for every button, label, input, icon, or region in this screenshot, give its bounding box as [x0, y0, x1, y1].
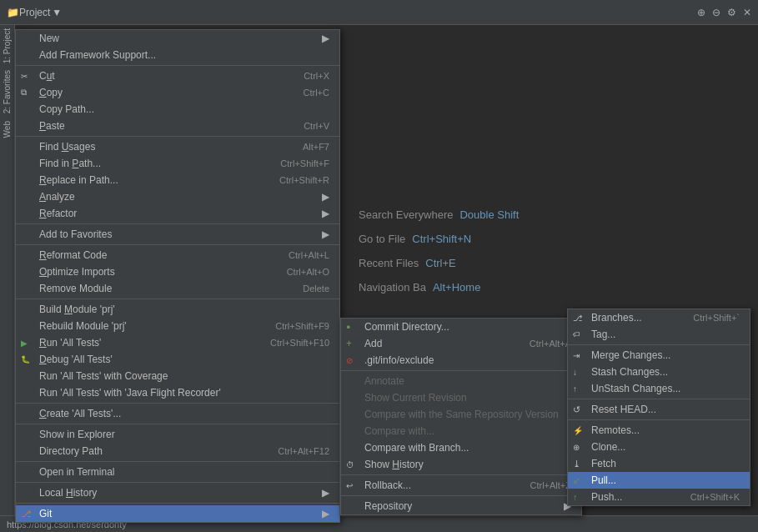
- hint-recent-files: Recent Files Ctrl+E: [359, 257, 575, 269]
- toolbar-add-icon[interactable]: ⊕: [697, 7, 705, 18]
- menu-label-run-tests: Run 'All Tests': [39, 337, 254, 349]
- git-menu-exclude[interactable]: .git/info/exclude: [341, 352, 581, 369]
- git-menu-commit[interactable]: Commit Directory...: [341, 319, 581, 335]
- arrow-icon-new: ▶: [322, 33, 329, 44]
- menu-item-copy[interactable]: Copy Ctrl+C: [16, 84, 339, 101]
- repo-menu-clone[interactable]: Clone...: [568, 439, 750, 455]
- separator-9: [16, 482, 339, 483]
- repo-separator-2: [568, 399, 750, 399]
- git-menu-annotate: Annotate: [341, 373, 581, 389]
- menu-item-run-flight[interactable]: Run 'All Tests' with 'Java Flight Record…: [16, 384, 339, 401]
- git-separator-3: [341, 495, 581, 496]
- history-icon: [346, 460, 354, 469]
- paste-shortcut: Ctrl+V: [304, 121, 329, 131]
- menu-item-rebuild-module[interactable]: Rebuild Module 'prj' Ctrl+Shift+F9: [16, 318, 339, 334]
- hint-nav-bar: Navigation Ba Alt+Home: [359, 281, 575, 294]
- sidebar-item-favorites[interactable]: 2: Favorites: [1, 67, 13, 117]
- menu-item-find-in-path[interactable]: Find in Path... Ctrl+Shift+F: [16, 155, 339, 172]
- menu-item-build-module[interactable]: Build Module 'prj': [16, 301, 339, 318]
- menu-label-copy: Copy: [39, 87, 287, 98]
- menu-item-add-framework[interactable]: Add Framework Support...: [16, 47, 339, 63]
- toolbar-close-icon[interactable]: ✕: [743, 7, 751, 18]
- hint-panel: Search Everywhere Double Shift Go to Fil…: [359, 208, 575, 305]
- repo-menu-pull[interactable]: Pull...: [568, 472, 750, 489]
- menu-item-refactor[interactable]: Refactor ▶: [16, 205, 339, 222]
- repo-menu-fetch[interactable]: Fetch: [568, 455, 750, 472]
- menu-item-run-coverage[interactable]: Run 'All Tests' with Coverage: [16, 368, 339, 384]
- add-shortcut: Ctrl+Alt+A: [530, 339, 571, 349]
- git-menu-compare-branch[interactable]: Compare with Branch...: [341, 439, 581, 456]
- git-label-compare-same: Compare with the Same Repository Version: [364, 409, 571, 420]
- menu-label-directory-path: Directory Path: [39, 445, 261, 457]
- menu-item-debug-tests[interactable]: Debug 'All Tests': [16, 351, 339, 368]
- menu-item-remove-module[interactable]: Remove Module Delete: [16, 280, 339, 297]
- submenu-repository: Branches... Ctrl+Shift+` Tag... Merge Ch…: [567, 309, 750, 506]
- repo-menu-tag[interactable]: Tag...: [568, 326, 750, 343]
- toolbar-collapse-icon[interactable]: ⊖: [712, 7, 720, 18]
- menu-item-add-favorites[interactable]: Add to Favorites ▶: [16, 226, 339, 243]
- menu-item-optimize-imports[interactable]: Optimize Imports Ctrl+Alt+O: [16, 263, 339, 280]
- menu-item-reformat[interactable]: Reformat Code Ctrl+Alt+L: [16, 247, 339, 263]
- sidebar-item-web[interactable]: Web: [1, 118, 13, 141]
- exclude-icon: [346, 356, 353, 365]
- repo-label-reset: Reset HEAD...: [591, 404, 740, 415]
- menu-label-reformat: Reformat Code: [39, 249, 272, 261]
- toolbar-gear-icon[interactable]: ⚙: [727, 7, 736, 18]
- copy-shortcut: Ctrl+C: [304, 88, 329, 98]
- hint-recent-label: Recent Files: [359, 257, 419, 269]
- repo-menu-stash[interactable]: Stash Changes...: [568, 364, 750, 380]
- git-menu-show-history[interactable]: Show History: [341, 456, 581, 473]
- menu-item-git[interactable]: Git ▶: [16, 505, 339, 522]
- menu-item-run-tests[interactable]: Run 'All Tests' Ctrl+Shift+F10: [16, 334, 339, 351]
- repo-label-clone: Clone...: [591, 441, 740, 453]
- repo-menu-reset[interactable]: Reset HEAD...: [568, 401, 750, 418]
- menu-item-new[interactable]: New ▶: [16, 30, 339, 47]
- menu-item-local-history[interactable]: Local History ▶: [16, 484, 339, 501]
- separator-4: [16, 244, 339, 245]
- repo-menu-merge[interactable]: Merge Changes...: [568, 347, 750, 364]
- menu-label-copy-path: Copy Path...: [39, 103, 329, 115]
- toolbar-title: Project: [19, 7, 50, 18]
- menu-item-directory-path[interactable]: Directory Path Ctrl+Alt+F12: [16, 443, 339, 459]
- repo-menu-remotes[interactable]: Remotes...: [568, 422, 750, 439]
- menu-item-create-tests[interactable]: Create 'All Tests'...: [16, 405, 339, 422]
- git-menu-add[interactable]: Add Ctrl+Alt+A: [341, 335, 581, 352]
- git-label-show-revision: Show Current Revision: [364, 392, 571, 404]
- hint-goto-shortcut: Ctrl+Shift+N: [412, 233, 471, 245]
- menu-label-build-module: Build Module 'prj': [39, 304, 329, 315]
- sidebar-item-project[interactable]: 1: Project: [1, 25, 13, 67]
- menu-label-run-flight: Run 'All Tests' with 'Java Flight Record…: [39, 387, 329, 399]
- menu-item-analyze[interactable]: Analyze ▶: [16, 188, 339, 205]
- menu-item-paste[interactable]: Paste Ctrl+V: [16, 118, 339, 134]
- repo-menu-branches[interactable]: Branches... Ctrl+Shift+`: [568, 309, 750, 326]
- repo-separator-1: [568, 344, 750, 345]
- menu-item-open-terminal[interactable]: Open in Terminal: [16, 464, 339, 480]
- menu-item-show-explorer[interactable]: Show in Explorer: [16, 426, 339, 443]
- menu-label-local-history: Local History: [39, 487, 315, 499]
- menu-label-add-favorites: Add to Favorites: [39, 228, 315, 240]
- git-menu-compare-same: Compare with the Same Repository Version: [341, 406, 581, 423]
- git-separator-2: [341, 474, 581, 475]
- menu-item-cut[interactable]: Cut Ctrl+X: [16, 68, 339, 84]
- arrow-icon-git: ▶: [322, 508, 329, 519]
- hint-recent-shortcut: Ctrl+E: [425, 257, 455, 269]
- unstash-icon: [573, 384, 577, 394]
- git-label-compare-with: Compare with...: [364, 425, 571, 437]
- menu-item-replace-in-path[interactable]: Replace in Path... Ctrl+Shift+R: [16, 172, 339, 188]
- dir-path-shortcut: Ctrl+Alt+F12: [278, 446, 329, 456]
- git-icon: [21, 509, 32, 519]
- git-menu-show-revision: Show Current Revision: [341, 389, 581, 406]
- git-label-commit: Commit Directory...: [364, 321, 571, 333]
- git-menu-repository[interactable]: Repository ▶: [341, 498, 581, 514]
- git-menu-rollback[interactable]: Rollback... Ctrl+Alt+Z: [341, 477, 581, 494]
- pull-icon: [573, 475, 580, 486]
- menu-item-copy-path[interactable]: Copy Path...: [16, 101, 339, 118]
- repo-menu-push[interactable]: Push... Ctrl+Shift+K: [568, 489, 750, 505]
- git-menu-compare-with: Compare with...: [341, 423, 581, 439]
- arrow-icon-refactor: ▶: [322, 208, 329, 219]
- repo-label-branches: Branches...: [591, 312, 676, 324]
- repo-menu-unstash[interactable]: UnStash Changes...: [568, 380, 750, 397]
- menu-item-find-usages[interactable]: Find Usages Alt+F7: [16, 138, 339, 155]
- menu-label-replace-in-path: Replace in Path...: [39, 174, 263, 186]
- repo-label-unstash: UnStash Changes...: [591, 383, 740, 394]
